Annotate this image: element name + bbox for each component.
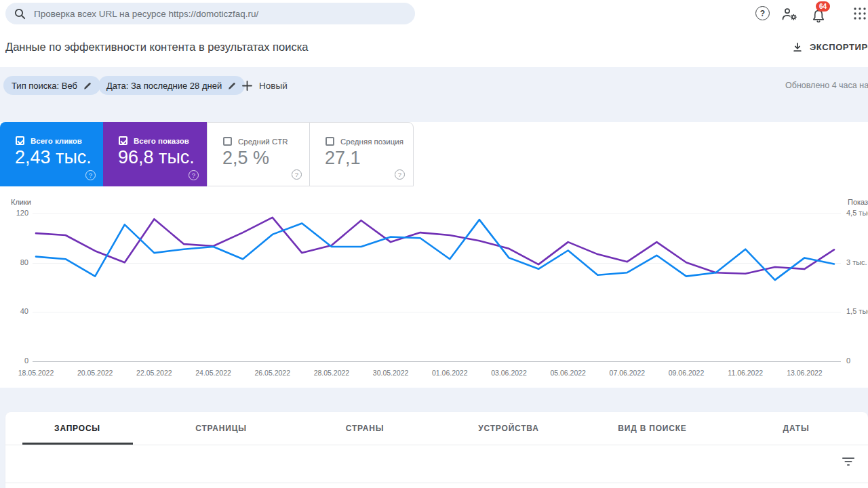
help-circle-icon[interactable] <box>85 170 96 180</box>
chip-label: Тип поиска: Веб <box>12 81 77 91</box>
x-tick-label: 30.05.2022 <box>373 369 409 377</box>
search-icon <box>14 7 26 20</box>
search-bar[interactable] <box>5 3 415 24</box>
help-circle-icon[interactable] <box>189 170 199 180</box>
date-filter-chip[interactable]: Дата: За последние 28 дней <box>98 76 245 95</box>
x-tick-label: 01.06.2022 <box>432 369 468 377</box>
right-axis-title: Показы <box>848 198 868 206</box>
x-tick-label: 22.05.2022 <box>136 369 172 377</box>
edit-pencil-icon <box>228 81 237 90</box>
metric-label: Всего показов <box>134 137 189 145</box>
search-type-filter-chip[interactable]: Тип поиска: Веб <box>3 76 100 95</box>
last-updated-label: Обновлено 4 часа назад <box>785 81 868 90</box>
gridline <box>33 312 841 312</box>
tab-pages[interactable]: СТРАНИЦЫ <box>149 412 293 445</box>
chip-label: Дата: За последние 28 дней <box>106 81 222 91</box>
metric-value: 2,5 % <box>222 148 269 169</box>
left-axis-title: Клики <box>11 198 31 206</box>
y-tick-label: 40 <box>0 307 28 315</box>
new-filter-label: Новый <box>259 81 288 91</box>
help-circle-icon[interactable] <box>292 169 302 180</box>
y-tick-label: 0 <box>0 357 28 365</box>
tab-queries[interactable]: ЗАПРОСЫ <box>5 412 149 445</box>
page-title: Данные по эффективности контента в резул… <box>5 27 308 67</box>
plus-icon <box>242 81 252 91</box>
x-tick-label: 26.05.2022 <box>254 369 290 377</box>
download-icon <box>792 42 803 53</box>
metric-label: Средняя позиция <box>340 138 403 146</box>
x-tick-label: 13.06.2022 <box>787 369 823 377</box>
metric-card-total-impressions[interactable]: Всего показов 96,8 тыс. <box>103 122 207 186</box>
y-tick-label: 3 тыс. <box>846 258 867 266</box>
new-filter-button[interactable]: Новый <box>242 76 288 95</box>
metric-value: 96,8 тыс. <box>118 147 195 168</box>
apps-grid-icon[interactable] <box>853 7 867 20</box>
tab-devices[interactable]: УСТРОЙСТВА <box>437 412 580 445</box>
notification-count-badge: 64 <box>816 1 830 12</box>
x-tick-label: 28.05.2022 <box>314 369 350 377</box>
dimension-tabs: ЗАПРОСЫ СТРАНИЦЫ СТРАНЫ УСТРОЙСТВА ВИД В… <box>5 412 868 445</box>
export-button[interactable]: ЭКСПОРТИРОВАТЬ <box>792 27 868 67</box>
y-tick-label: 0 <box>846 357 850 365</box>
y-tick-label: 80 <box>0 258 28 266</box>
metric-label: Всего кликов <box>31 137 82 145</box>
top-app-bar: 64 <box>0 0 868 27</box>
metric-card-total-clicks[interactable]: Всего кликов 2,43 тыс. <box>0 122 104 186</box>
gridline <box>33 214 841 214</box>
checkbox-unchecked-icon[interactable] <box>326 137 334 146</box>
metric-card-avg-ctr[interactable]: Средний CTR 2,5 % <box>207 122 311 186</box>
metric-label: Средний CTR <box>238 138 288 146</box>
x-tick-label: 20.05.2022 <box>77 369 113 377</box>
y-tick-label: 1,5 тыс. <box>846 307 868 315</box>
y-tick-label: 4,5 тыс. <box>846 209 868 217</box>
gridline <box>33 263 841 264</box>
notifications-button[interactable]: 64 <box>810 1 831 24</box>
dimensions-table-card: ЗАПРОСЫ СТРАНИЦЫ СТРАНЫ УСТРОЙСТВА ВИД В… <box>5 412 868 488</box>
y-tick-label: 120 <box>0 209 28 217</box>
divider <box>5 445 868 445</box>
tab-dates[interactable]: ДАТЫ <box>724 412 868 445</box>
metric-value: 2,43 тыс. <box>15 147 92 168</box>
metric-card-avg-position[interactable]: Средняя позиция 27,1 <box>309 122 414 186</box>
tab-countries[interactable]: СТРАНЫ <box>293 412 437 445</box>
edit-pencil-icon <box>83 81 92 90</box>
x-tick-label: 07.06.2022 <box>610 369 646 377</box>
x-axis-line <box>33 361 841 362</box>
help-circle-icon[interactable] <box>395 169 405 180</box>
help-icon[interactable] <box>755 6 770 20</box>
filter-list-icon[interactable] <box>842 457 854 466</box>
search-input[interactable] <box>34 9 415 19</box>
x-tick-label: 11.06.2022 <box>728 369 763 377</box>
tab-search-appearance[interactable]: ВИД В ПОИСКЕ <box>580 412 724 445</box>
checkbox-checked-icon[interactable] <box>16 136 24 145</box>
x-tick-label: 03.06.2022 <box>491 369 527 377</box>
export-label: ЭКСПОРТИРОВАТЬ <box>810 42 868 52</box>
user-settings-icon[interactable] <box>781 7 799 22</box>
metric-value: 27,1 <box>325 148 361 169</box>
x-tick-label: 18.05.2022 <box>18 369 54 377</box>
x-tick-label: 09.06.2022 <box>669 369 705 377</box>
page-header: Данные по эффективности контента в резул… <box>0 27 868 67</box>
divider <box>5 483 868 483</box>
x-tick-label: 05.06.2022 <box>550 369 586 377</box>
checkbox-checked-icon[interactable] <box>119 136 127 145</box>
x-tick-label: 24.05.2022 <box>195 369 231 377</box>
checkbox-unchecked-icon[interactable] <box>223 137 232 146</box>
